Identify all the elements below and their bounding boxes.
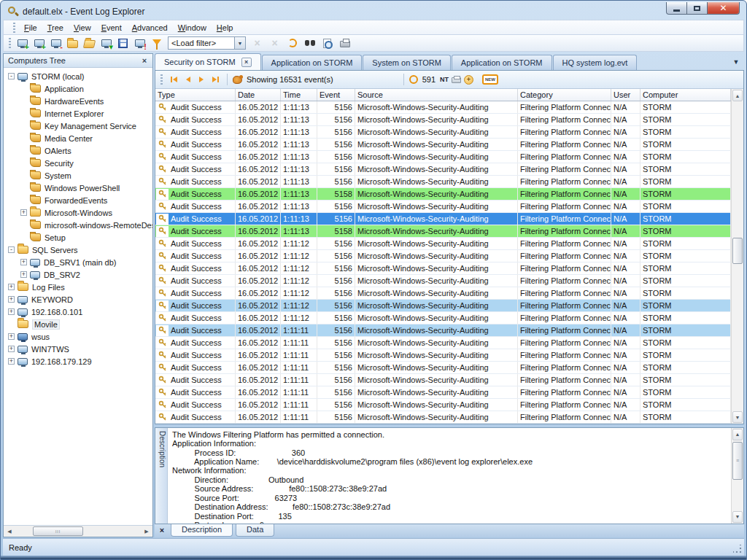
- tree-item-media-center[interactable]: +Media Center: [4, 132, 152, 144]
- tree-expander-icon[interactable]: +: [8, 346, 15, 352]
- bottom-tab-description[interactable]: Description: [171, 524, 233, 537]
- title-bar[interactable]: default.elx - Event Log Explorer ✕: [3, 2, 744, 20]
- filter-funnel-icon[interactable]: [150, 36, 163, 50]
- table-row[interactable]: Audit Success16.05.20121:11:115156Micros…: [155, 411, 731, 424]
- column-header-user[interactable]: User: [611, 89, 640, 101]
- tree-item-wsus[interactable]: +wsus: [4, 330, 152, 343]
- table-row[interactable]: Audit Success16.05.20121:11:135156Micros…: [155, 126, 731, 139]
- table-row[interactable]: Audit Success16.05.20121:11:135156Micros…: [155, 139, 731, 151]
- table-row[interactable]: Audit Success16.05.20121:11:135156Micros…: [155, 176, 731, 188]
- table-row[interactable]: Audit Success16.05.20121:11:125156Micros…: [155, 300, 731, 312]
- tree-item-db-srv1-main-db[interactable]: +DB_SRV1 (main db): [4, 256, 152, 268]
- table-row[interactable]: Audit Success16.05.20121:11:125156Micros…: [155, 287, 731, 300]
- quick-print-icon[interactable]: [452, 77, 461, 83]
- scroll-right-icon[interactable]: ▶: [141, 526, 152, 537]
- menu-item-view[interactable]: View: [69, 22, 96, 34]
- tree-item-key-management-service[interactable]: +Key Management Service: [4, 120, 152, 132]
- minimize-button[interactable]: [666, 2, 687, 15]
- load-filter-arrow-icon[interactable]: ▼: [235, 36, 246, 50]
- add-computer-icon[interactable]: +: [15, 36, 29, 50]
- tree-item-192-168-179-129[interactable]: +192.168.179.129: [4, 355, 152, 368]
- tree-expander-icon[interactable]: +: [8, 358, 15, 365]
- tree-item-hardwareevents[interactable]: +HardwareEvents: [4, 95, 152, 107]
- remove-computer-icon[interactable]: -: [49, 36, 63, 50]
- column-header-date[interactable]: Date: [236, 89, 281, 101]
- tree-item-movile[interactable]: +Movile: [4, 318, 152, 330]
- table-row[interactable]: Audit Success16.05.20121:11:135158Micros…: [155, 188, 731, 201]
- print-preview-icon[interactable]: [320, 36, 334, 50]
- table-row[interactable]: Audit Success16.05.20121:11:115156Micros…: [155, 362, 731, 374]
- table-vertical-scrollbar[interactable]: ▲ ▼: [731, 89, 743, 424]
- tree-item-forwardedevents[interactable]: +ForwardedEvents: [4, 194, 152, 206]
- tree-panel-close-icon[interactable]: ×: [139, 55, 150, 66]
- tree-item-oalerts[interactable]: +OAlerts: [4, 144, 152, 157]
- column-header-time[interactable]: Time: [281, 89, 317, 101]
- tree-item-windows-powershell[interactable]: +Windows PowerShell: [4, 182, 152, 194]
- watch-events-icon[interactable]: [233, 76, 242, 84]
- column-header-category[interactable]: Category: [518, 89, 611, 101]
- menu-item-help[interactable]: Help: [212, 22, 239, 34]
- table-row[interactable]: Audit Success16.05.20121:11:115156Micros…: [155, 374, 731, 386]
- find-icon[interactable]: [303, 36, 317, 50]
- last-event-button[interactable]: [209, 75, 222, 84]
- tree-item-storm-local[interactable]: -STORM (local): [4, 70, 152, 82]
- tab-application-on-storm[interactable]: Application on STORM: [262, 55, 363, 70]
- table-row[interactable]: Audit Success16.05.20121:11:135156Micros…: [155, 163, 731, 176]
- close-button[interactable]: ✕: [707, 2, 740, 15]
- column-header-source[interactable]: Source: [355, 89, 518, 101]
- tree-item-application[interactable]: +Application: [4, 82, 152, 95]
- open-folder-icon[interactable]: [82, 36, 96, 50]
- refresh-timer-icon[interactable]: [409, 75, 418, 84]
- previous-event-button[interactable]: [183, 75, 193, 84]
- column-header-event[interactable]: Event: [317, 89, 355, 101]
- description-scrollbar[interactable]: ▲ ≡ ▼: [731, 428, 743, 524]
- tree-expander-icon[interactable]: -: [8, 73, 15, 79]
- tab-system-on-storm[interactable]: System on STORM: [363, 55, 451, 70]
- first-event-button[interactable]: [168, 75, 180, 84]
- open-log-file-icon[interactable]: [66, 36, 80, 50]
- table-row[interactable]: Audit Success16.05.20121:11:115156Micros…: [155, 399, 731, 411]
- table-row[interactable]: Audit Success16.05.20121:11:135156Micros…: [155, 213, 731, 225]
- table-row[interactable]: Audit Success16.05.20121:11:135156Micros…: [155, 114, 731, 126]
- tab-security-on-storm[interactable]: Security on STORM×: [155, 53, 261, 70]
- add-log-icon[interactable]: +: [32, 36, 46, 50]
- table-row[interactable]: Audit Success16.05.20121:11:115156Micros…: [155, 349, 731, 362]
- maximize-button[interactable]: [687, 2, 707, 15]
- tree-expander-icon[interactable]: +: [20, 259, 27, 265]
- tree-expander-icon[interactable]: +: [8, 333, 15, 340]
- table-row[interactable]: Audit Success16.05.20121:11:135158Micros…: [155, 225, 731, 238]
- save-icon[interactable]: [116, 36, 130, 50]
- tree-expander-icon[interactable]: +: [8, 284, 15, 290]
- bottom-tab-data[interactable]: Data: [236, 524, 274, 537]
- description-text[interactable]: The Windows Filtering Platform has permi…: [168, 428, 731, 524]
- tree-item-db-srv2[interactable]: +DB_SRV2: [4, 268, 152, 281]
- tree-item-192-168-0-101[interactable]: +192.168.0.101: [4, 306, 152, 318]
- menu-item-tree[interactable]: Tree: [42, 22, 69, 34]
- tree-item-sql-servers[interactable]: -SQL Servers: [4, 244, 152, 256]
- scroll-up-icon[interactable]: ▲: [732, 90, 743, 101]
- table-row[interactable]: Audit Success16.05.20121:11:115156Micros…: [155, 324, 731, 337]
- column-header-computer[interactable]: Computer: [640, 89, 731, 101]
- menu-item-window[interactable]: Window: [173, 22, 212, 34]
- clock-plus-icon[interactable]: +: [464, 75, 473, 85]
- column-header-type[interactable]: Type: [155, 89, 236, 101]
- tree-item-internet-explorer[interactable]: +Internet Explorer: [4, 107, 152, 120]
- desc-scroll-thumb[interactable]: ≡: [732, 442, 743, 480]
- table-row[interactable]: Audit Success16.05.20121:11:115156Micros…: [155, 386, 731, 399]
- table-row[interactable]: Audit Success16.05.20121:11:125156Micros…: [155, 262, 731, 275]
- table-row[interactable]: Audit Success16.05.20121:11:125156Micros…: [155, 238, 731, 250]
- scroll-left-icon[interactable]: ◀: [4, 526, 15, 537]
- alert-icon[interactable]: !: [133, 36, 147, 50]
- tree-item-microsoft-windows[interactable]: +Microsoft-Windows: [4, 206, 152, 219]
- tree-expander-icon[interactable]: +: [8, 308, 15, 315]
- tree-expander-icon[interactable]: +: [20, 209, 27, 216]
- tree-item-system[interactable]: +System: [4, 169, 152, 182]
- print-icon[interactable]: [338, 36, 352, 50]
- table-row[interactable]: Audit Success16.05.20121:11:135156Micros…: [155, 151, 731, 163]
- desc-scroll-up-icon[interactable]: ▲: [732, 429, 743, 440]
- tree-expander-icon[interactable]: +: [8, 296, 15, 303]
- tree-item-microsoft-windows-remotedesktop[interactable]: +microsoft-windows-RemoteDesktop: [4, 219, 152, 231]
- new-events-badge[interactable]: NEW: [482, 74, 498, 85]
- tree-item-log-files[interactable]: +Log Files: [4, 281, 152, 293]
- menu-item-advanced[interactable]: Advanced: [127, 22, 173, 34]
